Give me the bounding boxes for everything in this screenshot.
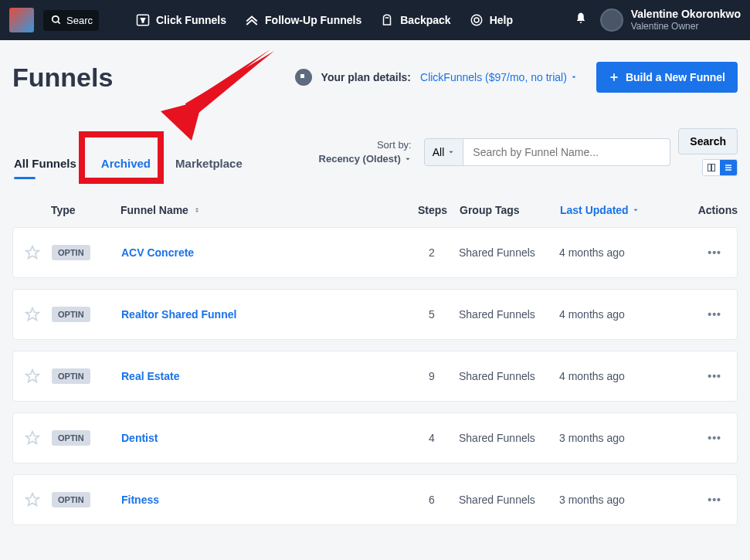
funnel-icon (136, 13, 150, 27)
funnels-table: Type Funnel Name Steps Group Tags Last U… (0, 176, 750, 525)
help-icon (470, 13, 484, 27)
funnel-type-badge: OPTIN (52, 368, 90, 384)
funnel-tags: Shared Funnels (459, 494, 559, 506)
tab-marketplace[interactable]: Marketplace (174, 151, 244, 176)
bell-icon (574, 12, 588, 25)
table-row: OPTIN Realtor Shared Funnel 5 Shared Fun… (12, 289, 738, 340)
col-type[interactable]: Type (51, 204, 120, 216)
funnel-type-badge: OPTIN (52, 245, 90, 260)
funnel-name-link[interactable]: Realtor Shared Funnel (121, 308, 236, 321)
funnel-type-badge: OPTIN (52, 492, 90, 507)
backpack-icon (380, 13, 394, 27)
funnel-tags: Shared Funnels (459, 432, 559, 444)
filter-select[interactable]: All (424, 138, 464, 166)
nav-backpack[interactable]: Backpack (380, 13, 450, 27)
sort-control[interactable]: Sort by: Recency (Oldest) (319, 138, 412, 166)
svg-line-1 (58, 22, 60, 24)
tab-all-funnels[interactable]: All Funnels (12, 151, 78, 176)
col-updated[interactable]: Last Updated (560, 204, 684, 216)
plus-icon (609, 72, 619, 83)
plan-icon (295, 69, 312, 86)
funnel-tags: Shared Funnels (459, 246, 559, 259)
star-icon (25, 245, 40, 260)
grid-icon (707, 163, 716, 172)
favorite-button[interactable] (13, 368, 52, 384)
star-icon (25, 492, 40, 507)
funnel-type-badge: OPTIN (52, 307, 90, 322)
funnel-name-link[interactable]: Dentist (121, 432, 158, 444)
chevron-down-icon (570, 73, 578, 81)
user-subtitle: Valentine Owner (631, 21, 741, 32)
funnel-updated: 3 months ago (559, 432, 683, 444)
funnel-name-link[interactable]: Fitness (121, 494, 159, 506)
app-logo[interactable] (9, 8, 34, 32)
col-tags[interactable]: Group Tags (460, 204, 560, 216)
funnel-search-input[interactable] (463, 138, 670, 166)
favorite-button[interactable] (13, 430, 52, 446)
topbar: Searc Click Funnels Follow-Up Funnels Ba… (0, 0, 750, 40)
plan-link[interactable]: ClickFunnels ($97/mo, no trial) (420, 71, 578, 83)
favorite-button[interactable] (13, 245, 52, 260)
svg-rect-8 (712, 165, 715, 171)
table-row: OPTIN Real Estate 9 Shared Funnels 4 mon… (12, 351, 738, 402)
notifications-button[interactable] (574, 12, 588, 29)
funnel-updated: 4 months ago (559, 246, 683, 259)
funnel-steps: 2 (405, 246, 459, 259)
followup-icon (245, 13, 259, 27)
sort-desc-icon (632, 206, 640, 214)
funnel-name-link[interactable]: ACV Concrete (121, 246, 194, 259)
funnel-name-link[interactable]: Real Estate (121, 370, 179, 382)
svg-rect-7 (708, 165, 711, 171)
page-header: Funnels Your plan details: ClickFunnels … (0, 40, 750, 93)
view-grid-button[interactable] (703, 160, 720, 175)
page-title: Funnels (12, 63, 113, 93)
global-search[interactable]: Searc (43, 10, 99, 31)
row-actions-button[interactable]: ••• (683, 432, 737, 444)
svg-point-4 (474, 18, 479, 22)
build-funnel-button[interactable]: Build a New Funnel (596, 62, 738, 93)
search-icon (51, 15, 62, 25)
table-header: Type Funnel Name Steps Group Tags Last U… (12, 204, 738, 227)
chevron-down-icon (447, 148, 455, 156)
sort-label: Sort by: (319, 138, 412, 152)
user-name: Valentine Okoronkwo (631, 8, 741, 21)
view-list-button[interactable] (720, 160, 737, 175)
row-actions-button[interactable]: ••• (683, 308, 737, 321)
row-actions-button[interactable]: ••• (683, 370, 737, 382)
row-actions-button[interactable]: ••• (683, 494, 737, 506)
table-row: OPTIN Dentist 4 Shared Funnels 3 months … (12, 412, 738, 463)
avatar (600, 8, 623, 32)
global-search-placeholder: Searc (66, 15, 93, 26)
funnel-updated: 4 months ago (559, 370, 683, 382)
funnel-tags: Shared Funnels (459, 370, 559, 382)
nav-followup[interactable]: Follow-Up Funnels (245, 13, 361, 27)
nav-clickfunnels[interactable]: Click Funnels (136, 13, 226, 27)
row-actions-button[interactable]: ••• (683, 246, 737, 259)
sort-icon (193, 205, 201, 215)
funnel-type-badge: OPTIN (52, 430, 90, 446)
svg-point-0 (53, 16, 59, 22)
favorite-button[interactable] (13, 307, 52, 322)
sort-value: Recency (Oldest) (319, 152, 401, 166)
star-icon (25, 368, 40, 384)
plan-label: Your plan details: (321, 71, 411, 83)
user-menu[interactable]: Valentine Okoronkwo Valentine Owner (600, 8, 741, 32)
nav-help[interactable]: Help (470, 13, 513, 27)
search-button[interactable]: Search (678, 128, 738, 154)
funnel-steps: 9 (405, 370, 459, 382)
chevron-down-icon (404, 155, 412, 163)
star-icon (25, 430, 40, 446)
col-name[interactable]: Funnel Name (120, 204, 406, 216)
favorite-button[interactable] (13, 492, 52, 507)
table-row: OPTIN Fitness 6 Shared Funnels 3 months … (12, 474, 738, 525)
funnel-updated: 4 months ago (559, 308, 683, 321)
view-toggle (702, 159, 738, 176)
tab-archived[interactable]: Archived (100, 151, 152, 176)
funnel-steps: 4 (405, 432, 459, 444)
list-icon (724, 163, 733, 172)
col-steps[interactable]: Steps (406, 204, 460, 216)
table-row: OPTIN ACV Concrete 2 Shared Funnels 4 mo… (12, 227, 738, 278)
main-nav: Click Funnels Follow-Up Funnels Backpack… (136, 13, 513, 27)
tab-controls-row: All Funnels Archived Marketplace Sort by… (0, 93, 750, 176)
col-actions: Actions (684, 204, 738, 216)
